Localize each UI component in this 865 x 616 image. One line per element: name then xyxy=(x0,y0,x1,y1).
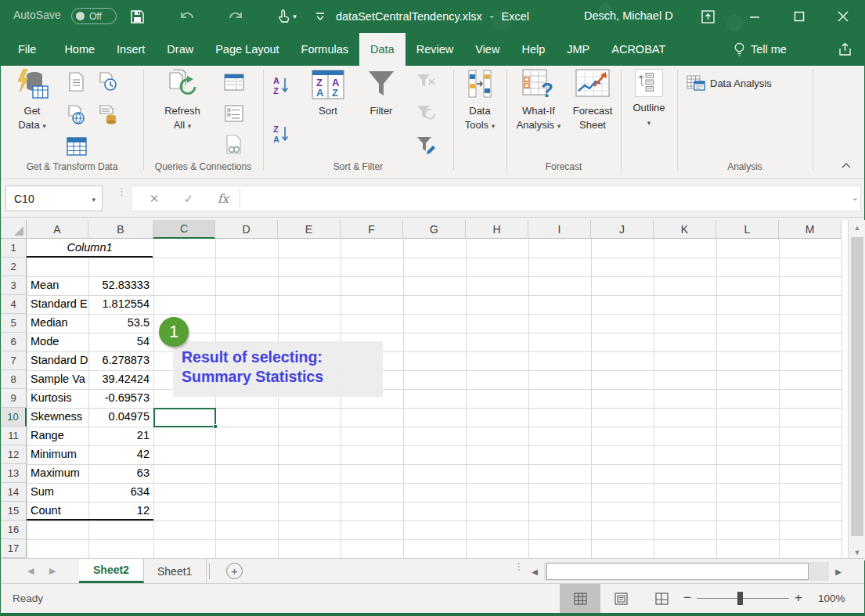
advanced-filter-button[interactable] xyxy=(414,133,438,157)
stat-value-row15[interactable]: 12 xyxy=(88,502,153,521)
stat-label-row8[interactable]: Sample Va xyxy=(27,370,88,389)
row-header-5[interactable]: 5 xyxy=(1,314,27,333)
row-header-4[interactable]: 4 xyxy=(1,295,27,314)
stat-label-row7[interactable]: Standard D xyxy=(27,351,88,370)
expand-formula-bar-icon[interactable]: ⌄ xyxy=(852,193,859,203)
redo-button[interactable] xyxy=(225,6,247,27)
sheet-nav-next-icon[interactable]: ▶ xyxy=(49,566,56,576)
cancel-button[interactable]: ✕ xyxy=(141,186,168,211)
column-header-B[interactable]: B xyxy=(88,220,153,239)
vertical-scrollbar-thumb[interactable] xyxy=(851,237,863,536)
stat-value-row5[interactable]: 53.5 xyxy=(88,314,153,333)
autosave-toggle[interactable]: Off xyxy=(71,8,117,24)
properties-button[interactable] xyxy=(222,102,246,125)
maximize-button[interactable] xyxy=(781,0,817,33)
formula-input[interactable] xyxy=(243,188,838,209)
column-header-C[interactable]: C xyxy=(153,220,215,239)
forecast-sheet-button[interactable]: ForecastSheet xyxy=(566,69,619,132)
sheet-tab-sheet2[interactable]: Sheet2 xyxy=(79,559,144,583)
row-header-6[interactable]: 6 xyxy=(1,333,27,351)
row-header-16[interactable]: 16 xyxy=(1,521,27,539)
sheet-tab-sheet1[interactable]: Sheet1 xyxy=(143,559,207,583)
reapply-filter-button[interactable] xyxy=(414,102,438,125)
stat-label-row15[interactable]: Count xyxy=(27,502,88,521)
close-button[interactable] xyxy=(825,0,861,33)
scroll-down-icon[interactable]: ▼ xyxy=(851,546,863,559)
row-header-2[interactable]: 2 xyxy=(1,258,27,276)
stat-value-row12[interactable]: 42 xyxy=(88,445,153,464)
stat-label-row14[interactable]: Sum xyxy=(27,483,88,502)
stat-label-row10[interactable]: Skewness xyxy=(27,408,88,427)
column-header-D[interactable]: D xyxy=(215,220,278,239)
formula-bar-drag-dots[interactable]: ⋮ xyxy=(117,189,127,195)
stat-value-row9[interactable]: -0.69573 xyxy=(88,389,153,408)
stat-value-row3[interactable]: 52.83333 xyxy=(88,276,153,295)
sort-ascending-button[interactable]: AZ xyxy=(270,74,294,97)
column-header-H[interactable]: H xyxy=(466,220,528,239)
page-layout-view-button[interactable] xyxy=(600,584,641,613)
normal-view-button[interactable] xyxy=(560,584,600,613)
existing-connections-button[interactable] xyxy=(65,135,88,158)
sheet-nav-prev-icon[interactable]: ◀ xyxy=(27,566,34,576)
edit-links-button[interactable] xyxy=(222,133,246,157)
zoom-slider-track[interactable] xyxy=(697,598,789,599)
refresh-all-button[interactable]: Refresh All ▾ xyxy=(154,69,211,133)
column-header-A[interactable]: A xyxy=(27,220,88,239)
row-header-12[interactable]: 12 xyxy=(1,445,27,464)
column-header-M[interactable]: M xyxy=(779,220,842,239)
tab-scroll-splitter[interactable]: ⋮ xyxy=(514,564,524,569)
column-header-J[interactable]: J xyxy=(591,220,654,239)
stat-label-row9[interactable]: Kurtosis xyxy=(27,389,88,408)
customize-quick-access-button[interactable] xyxy=(309,6,331,27)
tab-home[interactable]: Home xyxy=(53,33,106,66)
queries-connections-button[interactable] xyxy=(222,70,246,94)
tab-acrobat[interactable]: ACROBAT xyxy=(600,33,676,66)
stat-value-row6[interactable]: 54 xyxy=(88,333,153,351)
column-header-L[interactable]: L xyxy=(716,220,779,239)
vertical-scrollbar[interactable]: ▲ ▼ xyxy=(848,220,865,560)
stat-value-row7[interactable]: 6.278873 xyxy=(88,351,153,370)
zoom-out-button[interactable]: − xyxy=(683,590,691,606)
from-text-csv-button[interactable] xyxy=(65,70,88,94)
stat-value-row8[interactable]: 39.42424 xyxy=(88,370,153,389)
tab-jmp[interactable]: JMP xyxy=(556,33,600,66)
tab-data[interactable]: Data xyxy=(359,33,405,66)
row-header-11[interactable]: 11 xyxy=(1,427,27,445)
stat-value-row14[interactable]: 634 xyxy=(88,483,153,502)
outline-button[interactable]: Outline▾ xyxy=(627,69,671,130)
scroll-up-icon[interactable]: ▲ xyxy=(851,222,863,234)
row-header-17[interactable]: 17 xyxy=(1,539,27,558)
row-header-15[interactable]: 15 xyxy=(1,502,27,521)
stat-value-row11[interactable]: 21 xyxy=(88,427,153,445)
stat-label-row4[interactable]: Standard E xyxy=(27,295,88,314)
tab-view[interactable]: View xyxy=(464,33,510,66)
row-header-8[interactable]: 8 xyxy=(1,370,27,389)
page-break-preview-button[interactable] xyxy=(641,584,682,613)
horizontal-scrollbar-thumb[interactable] xyxy=(546,563,809,580)
enter-button[interactable]: ✓ xyxy=(175,186,202,211)
stat-value-row4[interactable]: 1.812554 xyxy=(88,295,153,314)
zoom-slider-handle[interactable] xyxy=(737,592,743,605)
clear-filter-button[interactable] xyxy=(414,70,438,94)
fill-handle[interactable] xyxy=(213,424,218,429)
tab-insert[interactable]: Insert xyxy=(106,33,156,66)
column-header-I[interactable]: I xyxy=(528,220,591,239)
insert-function-button[interactable]: fx xyxy=(210,186,236,211)
undo-button[interactable] xyxy=(176,6,198,27)
row-header-9[interactable]: 9 xyxy=(1,389,27,408)
name-box-dropdown-icon[interactable]: ▾ xyxy=(92,196,96,204)
horizontal-scrollbar[interactable] xyxy=(544,562,829,581)
stat-label-row13[interactable]: Maximum xyxy=(27,464,88,483)
column-header-K[interactable]: K xyxy=(654,220,716,239)
filter-button[interactable]: Filter xyxy=(359,69,403,118)
tell-me-box[interactable]: Tell me xyxy=(733,33,787,66)
minimize-button[interactable] xyxy=(737,0,773,33)
get-data-button[interactable]: Get Data ▾ xyxy=(7,69,57,133)
stat-label-row3[interactable]: Mean xyxy=(27,276,88,295)
stat-label-row12[interactable]: Minimum xyxy=(27,445,88,464)
share-button[interactable] xyxy=(829,33,860,66)
stat-value-row13[interactable]: 63 xyxy=(88,464,153,483)
column-header-E[interactable]: E xyxy=(278,220,341,239)
what-if-analysis-button[interactable]: ? What-If Analysis ▾ xyxy=(511,69,566,133)
ribbon-display-options-button[interactable] xyxy=(690,0,726,33)
